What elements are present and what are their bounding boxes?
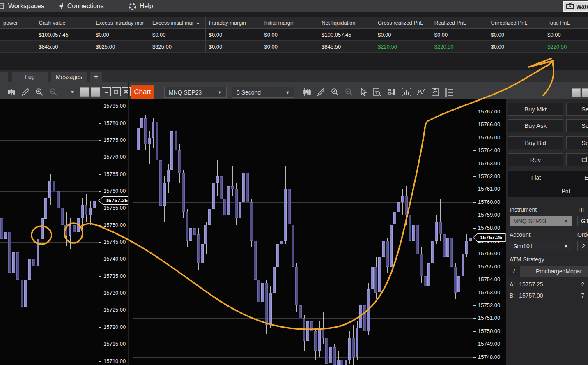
price-axis-label: 15761.00 [478,186,500,192]
axis-tick [473,150,476,151]
candlestick-style-icon[interactable] [7,87,16,97]
candle-body [340,360,343,365]
candle-body [77,218,80,232]
tab-messages[interactable]: Messages [51,72,87,82]
interval-selector[interactable]: 5 Second ▼ [232,87,294,98]
account-cell: $0.00 [92,29,149,40]
zoom-out-icon[interactable] [48,87,58,97]
candle-body [250,202,253,241]
tab-log[interactable]: Log [12,72,48,82]
candle-wick [6,225,6,266]
account-cell: $0.00 [487,41,544,52]
price-axis-label: 15763.00 [478,160,500,166]
column-header-intraday-margin[interactable]: Intraday margin [206,17,261,28]
svg-text:x: x [433,93,434,95]
buy-ask-button[interactable]: Buy Ask [508,119,563,132]
price-axis-line [473,99,473,365]
main-chart[interactable]: 15767.0015766.0015765.0015764.0015763.00… [129,99,506,365]
account-value: Sim101 [513,243,533,249]
reverse-button[interactable]: Rev [508,153,563,166]
account-row[interactable]: $100,057.45$0.00$0.00$0.00$0.00$100,057.… [0,29,588,41]
column-header-initial-margin[interactable]: Initial margin [261,17,319,28]
account-selector[interactable]: Sim101 ▼ [510,241,572,251]
layout-square-button-4[interactable] [582,88,588,97]
zoom-out-icon[interactable] [344,87,354,97]
axis-tick [99,327,101,328]
tif-selector[interactable]: GTC [577,216,588,226]
plug-icon [58,2,64,10]
column-header-excess-initial-mar[interactable]: Excess initial mar▲ [149,17,206,28]
column-header-total-pnl[interactable]: Total PnL [544,17,588,28]
cursor-pointer-icon[interactable] [358,87,368,97]
draw-pencil-icon[interactable] [21,87,30,97]
account-cell: $845.50 [35,41,92,52]
add-tab-button[interactable]: + [90,72,102,82]
axis-tick [99,259,101,259]
data-box-icon[interactable] [372,87,382,97]
column-header-net-liquidation[interactable]: Net liquidation [318,17,374,28]
menu-help[interactable]: Help [129,2,153,10]
instrument-selector[interactable]: MNQ SEP23 ▼ [164,87,227,98]
candle-body [397,202,400,212]
close-position-button[interactable]: Cl [566,153,588,166]
column-header-cash-value[interactable]: Cash value [35,17,92,28]
chart-window-tab[interactable]: Chart [131,85,154,99]
left-mini-chart[interactable]: 15785.0015780.0015775.0015770.0015765.00… [0,99,128,365]
info-icon[interactable]: i [508,266,520,277]
chart-gridline [133,164,473,164]
menu-connections[interactable]: Connections [58,2,104,10]
candle-body [239,202,241,218]
column-header-realized-pnl[interactable]: Realized PnL [431,17,488,28]
maximize-button[interactable] [112,87,121,96]
watch-label: Watch [576,3,588,10]
account-cell: $0.00 [206,41,261,52]
account-label: Account [510,231,531,238]
account-cell: $100,057.45 [35,29,92,40]
order-qty-field[interactable]: 2 [577,241,588,251]
buy-mkt-button[interactable]: Buy Mkt [508,103,563,116]
chevron-down-icon: ▼ [564,219,568,224]
atm-strategy-selector[interactable]: i ProchargedMopar [508,266,588,277]
candle-body [378,257,381,292]
tab-stub[interactable] [0,72,8,82]
zoom-in-icon[interactable] [330,87,340,97]
chart-style-icon[interactable] [302,87,312,97]
sell-mkt-button[interactable]: Sel [566,103,588,116]
tif-value: GTC [581,218,588,224]
sell-bid-button[interactable]: Sel [566,136,588,149]
minimize-button[interactable] [102,87,111,96]
axis-tick [473,176,476,177]
draw-pencil-icon[interactable] [316,87,326,97]
indicator-line-icon[interactable] [416,87,426,97]
chevron-down-icon: ▼ [564,244,568,249]
account-cell: $220.50 [374,41,431,52]
properties-list-icon[interactable] [444,87,454,97]
column-header-excess-intraday-mar[interactable]: Excess intraday mar [92,17,149,28]
layout-square-button-3[interactable] [572,88,581,97]
atm-level-b-row: B: 15757.00 7 [510,292,584,299]
level-a-price: 15757.25 [519,281,543,288]
layout-square-button-1[interactable] [80,87,89,97]
account-row[interactable]: $845.50$625.00$625.00$0.00$0.00$845.50$2… [0,41,588,53]
account-cell: $220.50 [431,41,488,52]
axis-tick [99,140,101,141]
menu-workspaces[interactable]: Workspaces [0,2,44,10]
account-cell: $0.00 [544,29,588,40]
candle-body [288,189,291,224]
flat-status[interactable]: Flat [508,171,564,184]
candle-body [416,225,419,254]
chart-trader-panel-icon[interactable] [387,87,397,97]
volume-bars-icon[interactable] [402,87,411,97]
column-header-gross-realized-pnl[interactable]: Gross realized PnL [374,17,431,28]
column-header-power[interactable]: power [0,17,35,28]
layout-square-button-2[interactable] [91,87,100,97]
sell-ask-button[interactable]: Sel [566,119,588,132]
toolbar-dropdown-caret-icon[interactable] [69,87,76,97]
buy-bid-button[interactable]: Buy Bid [508,136,563,149]
strategy-clipboard-icon[interactable]: x [430,87,440,97]
zoom-in-icon[interactable] [34,87,44,97]
accounts-table: powerCash valueExcess intraday marExcess… [0,17,588,53]
account-cell: $0.00 [149,29,206,40]
watch-button[interactable]: Watch [563,1,588,12]
column-header-unrealized-pnl[interactable]: Unrealized PnL [487,17,544,28]
